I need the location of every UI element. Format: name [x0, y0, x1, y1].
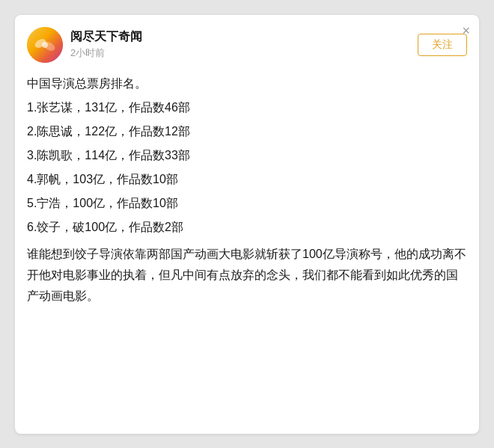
post-header: 阅尽天下奇闻 2小时前 关注 [27, 27, 467, 63]
ranking-2: 2.陈思诚，122亿，作品数12部 [27, 121, 467, 142]
close-button[interactable]: × [462, 24, 470, 37]
post-card: × 阅尽天下奇闻 2小时前 [15, 15, 479, 434]
content-intro: 中国导演总票房排名。 [27, 73, 467, 94]
ranking-6: 6.饺子，破100亿，作品数2部 [27, 217, 467, 238]
account-info: 阅尽天下奇闻 2小时前 [70, 29, 418, 60]
content-commentary: 谁能想到饺子导演依靠两部国产动画大电影就斩获了100亿导演称号，他的成功离不开他… [27, 244, 467, 307]
ranking-5: 5.宁浩，100亿，作品数10部 [27, 193, 467, 214]
ranking-4: 4.郭帆，103亿，作品数10部 [27, 169, 467, 190]
ranking-1: 1.张艺谋，131亿，作品数46部 [27, 97, 467, 118]
post-content: 中国导演总票房排名。 1.张艺谋，131亿，作品数46部 2.陈思诚，122亿，… [27, 73, 467, 307]
avatar [27, 27, 63, 63]
ranking-3: 3.陈凯歌，114亿，作品数33部 [27, 145, 467, 166]
svg-point-3 [42, 42, 48, 48]
account-name: 阅尽天下奇闻 [70, 29, 418, 45]
post-time: 2小时前 [70, 46, 418, 60]
follow-button[interactable]: 关注 [418, 34, 467, 56]
